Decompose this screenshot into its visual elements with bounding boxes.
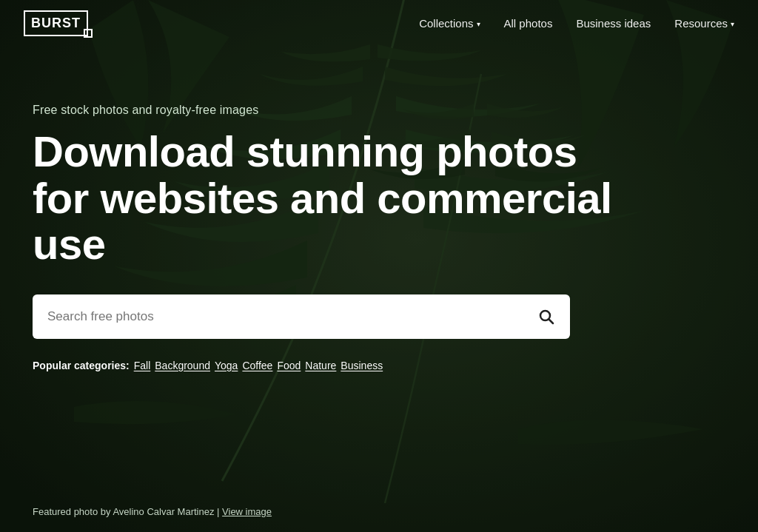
nav-item-business-ideas[interactable]: Business ideas [576,17,651,30]
attribution-text: Featured photo by Avelino Calvar Martine… [33,506,222,517]
logo-text: BURST [31,16,81,30]
category-coffee[interactable]: Coffee [242,360,272,371]
chevron-down-icon: ▾ [477,20,480,28]
nav-link-collections[interactable]: Collections ▾ [419,17,480,30]
navigation: BURST Collections ▾ All photos Business … [0,0,758,47]
hero-footer: Featured photo by Avelino Calvar Martine… [33,506,272,517]
nav-label-all-photos: All photos [504,17,553,30]
chevron-down-icon-resources: ▾ [731,20,734,28]
logo-box: BURST [24,10,88,36]
hero-subtitle: Free stock photos and royalty-free image… [33,104,725,117]
hero-section: BURST Collections ▾ All photos Business … [0,0,758,532]
logo-corner-decoration [84,29,93,38]
category-yoga[interactable]: Yoga [215,360,238,371]
category-business[interactable]: Business [341,360,383,371]
nav-links: Collections ▾ All photos Business ideas … [419,17,734,30]
search-input[interactable] [47,309,534,324]
hero-content: Free stock photos and royalty-free image… [33,104,725,371]
category-nature[interactable]: Nature [305,360,336,371]
nav-item-collections[interactable]: Collections ▾ [419,17,480,30]
view-image-link[interactable]: View image [222,506,272,517]
nav-label-business-ideas: Business ideas [576,17,651,30]
category-background[interactable]: Background [155,360,210,371]
nav-link-business-ideas[interactable]: Business ideas [576,17,651,30]
popular-categories: Popular categories: Fall Background Yoga… [33,360,725,371]
category-food[interactable]: Food [277,360,301,371]
search-bar [33,294,570,339]
svg-line-3 [549,319,554,323]
nav-link-all-photos[interactable]: All photos [504,17,553,30]
logo[interactable]: BURST [24,10,88,36]
search-icon [537,308,555,326]
hero-title: Download stunning photos for websites an… [33,129,640,268]
nav-item-resources[interactable]: Resources ▾ [674,17,734,30]
nav-label-resources: Resources [674,17,728,30]
search-button[interactable] [534,305,558,329]
nav-item-all-photos[interactable]: All photos [504,17,553,30]
popular-label: Popular categories: [33,360,130,371]
nav-link-resources[interactable]: Resources ▾ [674,17,734,30]
category-fall[interactable]: Fall [134,360,151,371]
nav-label-collections: Collections [419,17,473,30]
